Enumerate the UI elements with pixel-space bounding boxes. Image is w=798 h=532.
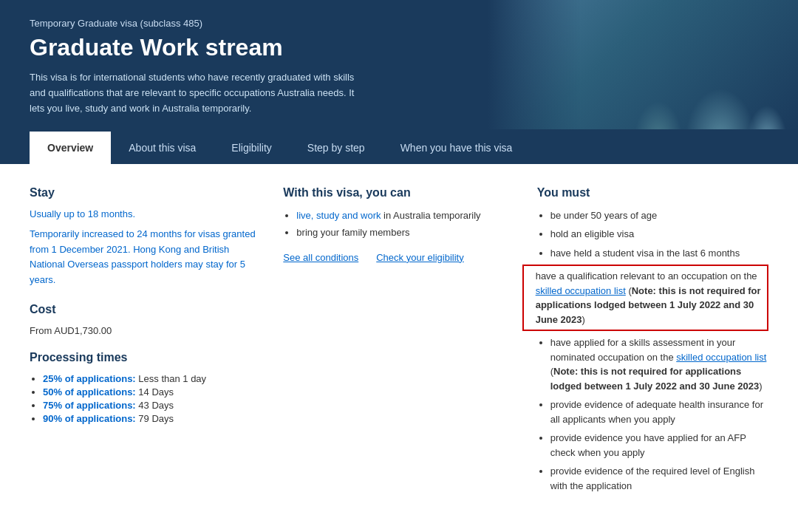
navigation-tabs: Overview About this visa Eligibility Ste… [0, 132, 798, 164]
list-item: provide evidence of the required level o… [550, 464, 768, 493]
with-visa-list: live, study and work in Australia tempor… [283, 208, 514, 240]
list-item: be under 50 years of age [550, 208, 768, 223]
stay-column: Stay Usually up to 18 months. Temporaril… [30, 186, 261, 498]
visa-description: This visa is for international students … [30, 70, 369, 116]
list-item: have applied for a skills assessment in … [550, 335, 768, 393]
skilled-occupation-link-2[interactable]: skilled occupation list [676, 352, 766, 363]
cost-heading: Cost [30, 303, 261, 316]
you-must-section: You must be under 50 years of age hold a… [537, 186, 768, 498]
visa-subtitle: Temporary Graduate visa (subclass 485) [30, 18, 369, 29]
tab-step-by-step[interactable]: Step by step [290, 132, 383, 164]
hero-image [488, 0, 798, 129]
list-item: live, study and work in Australia tempor… [296, 208, 514, 223]
processing-heading: Processing times [30, 351, 261, 364]
with-visa-heading: With this visa, you can [283, 186, 514, 200]
tab-eligibility[interactable]: Eligibility [214, 132, 289, 164]
list-item: have a qualification relevant to an occu… [539, 265, 768, 331]
list-item: provide evidence you have applied for an… [550, 431, 768, 460]
hero-section: Temporary Graduate visa (subclass 485) G… [0, 0, 798, 132]
main-content: Stay Usually up to 18 months. Temporaril… [0, 164, 798, 520]
tab-overview[interactable]: Overview [30, 132, 111, 164]
stay-heading: Stay [30, 186, 261, 200]
check-eligibility-link[interactable]: Check your eligibility [376, 252, 464, 263]
skilled-occupation-link-1[interactable]: skilled occupation list [536, 285, 626, 296]
tab-about-this-visa[interactable]: About this visa [111, 132, 214, 164]
list-item: 90% of applications: 79 Days [43, 413, 261, 424]
see-conditions-link[interactable]: See all conditions [283, 252, 358, 263]
cost-section: Cost From AUD1,730.00 [30, 303, 261, 336]
cost-value: From AUD1,730.00 [30, 325, 261, 336]
hero-text: Temporary Graduate visa (subclass 485) G… [30, 18, 369, 117]
stay-section: Stay Usually up to 18 months. Temporaril… [30, 186, 261, 288]
stay-extended-text: Temporarily increased to 24 months for v… [30, 227, 261, 288]
you-must-heading: You must [537, 186, 768, 200]
processing-list: 25% of applications: Less than 1 day 50%… [30, 373, 261, 424]
list-item: 50% of applications: 14 Days [43, 386, 261, 398]
list-item: hold an eligible visa [550, 227, 768, 242]
with-visa-links: See all conditions Check your eligibilit… [283, 252, 514, 263]
processing-section: Processing times 25% of applications: Le… [30, 351, 261, 424]
you-must-list: be under 50 years of age hold an eligibl… [537, 208, 768, 494]
list-item: bring your family members [296, 225, 514, 240]
list-item: 25% of applications: Less than 1 day [43, 373, 261, 384]
stay-normal-text: Usually up to 18 months. [30, 208, 261, 219]
list-item: provide evidence of adequate health insu… [550, 398, 768, 426]
with-visa-section: With this visa, you can live, study and … [283, 186, 514, 498]
visa-title: Graduate Work stream [30, 33, 369, 61]
list-item: 75% of applications: 43 Days [43, 400, 261, 411]
list-item: have held a student visa in the last 6 m… [550, 246, 768, 261]
tab-when-you-have-this-visa[interactable]: When you have this visa [383, 132, 531, 164]
